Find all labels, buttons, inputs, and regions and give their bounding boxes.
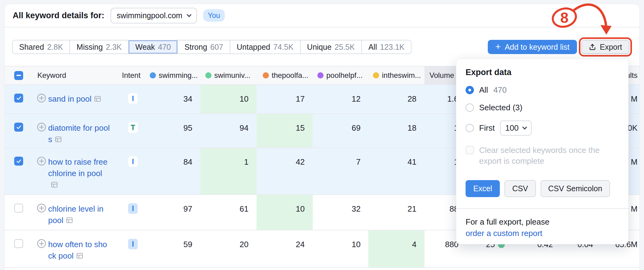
rank-value: 32: [312, 204, 361, 214]
export-option-first[interactable]: First100: [466, 120, 619, 136]
volume-value: 1: [424, 123, 458, 133]
add-keyword-icon[interactable]: [37, 122, 46, 133]
filter-tab-all[interactable]: All123.1K: [362, 40, 411, 53]
rank-value: 4: [368, 240, 416, 249]
circle-plus-icon: [37, 203, 46, 213]
title-row: All keyword details for: swimmingpool.co…: [5, 4, 639, 27]
radio-icon[interactable]: [466, 86, 474, 94]
rank-value: 7: [312, 157, 361, 167]
rank-value: 10: [257, 204, 305, 214]
keyword-cell: chlorine level in pool: [48, 203, 110, 227]
rank-value: 61: [200, 204, 249, 214]
export-format-buttons: ExcelCSVCSV Semicolon: [466, 180, 619, 197]
circle-plus-icon: [37, 122, 46, 132]
filter-tab-unique[interactable]: Unique25.5K: [301, 40, 362, 53]
select-all-checkbox[interactable]: [14, 71, 23, 80]
chevron-down-icon: [186, 12, 191, 17]
rank-value: 94: [200, 123, 249, 133]
filter-tab-untapped[interactable]: Untapped74.5K: [230, 40, 301, 53]
export-format-csv[interactable]: CSV: [504, 180, 536, 197]
volume-value: 88: [424, 204, 458, 214]
add-keyword-icon[interactable]: [37, 93, 46, 104]
keyword-cell: how to raise free chlorine in pool: [48, 156, 110, 192]
rank-value: 18: [368, 123, 416, 133]
row-checkbox[interactable]: [14, 204, 23, 213]
filter-tab-count: 25.5K: [335, 43, 355, 52]
column-header-competitor[interactable]: intheswim...: [373, 66, 421, 84]
rank-value: 97: [144, 204, 192, 214]
keyword-cell: how often to shock pool: [48, 239, 110, 263]
circle-plus-icon: [37, 239, 46, 248]
popup-footer-text: For a full export, please: [466, 217, 550, 226]
row-checkbox[interactable]: [14, 239, 23, 248]
toolbar-actions: + Add to keyword list Export: [488, 40, 629, 54]
export-option-selected[interactable]: Selected (3): [466, 103, 619, 112]
rank-value: 17: [257, 94, 305, 104]
export-option-count: 470: [493, 85, 507, 95]
filter-tab-count: 123.1K: [380, 43, 404, 52]
row-checkbox[interactable]: [14, 94, 23, 103]
check-icon: [16, 124, 22, 130]
add-keyword-icon[interactable]: [37, 239, 46, 250]
rank-value: 1: [200, 157, 249, 167]
serp-features-icon: [51, 180, 58, 192]
keyword-link[interactable]: chlorine level in pool: [48, 204, 103, 225]
competitor-domain-label: swimuniv...: [214, 71, 250, 80]
add-keyword-icon[interactable]: [37, 203, 46, 214]
competitor-dot-icon: [205, 72, 211, 78]
keyword-link[interactable]: sand in pool: [48, 94, 91, 103]
export-popup: Export data All470Selected (3)First100 C…: [456, 59, 629, 244]
filter-tab-label: Strong: [184, 43, 207, 52]
row-checkbox[interactable]: [14, 123, 23, 132]
keyword-link[interactable]: how to raise free chlorine in pool: [48, 157, 107, 178]
page-title: All keyword details for:: [13, 11, 104, 20]
radio-icon[interactable]: [466, 103, 474, 112]
column-header-intent[interactable]: Intent: [122, 66, 140, 84]
rank-value: 42: [257, 157, 305, 167]
filter-tab-shared[interactable]: Shared2.8K: [13, 40, 70, 53]
serp-features-icon: [66, 217, 73, 224]
best-rank-highlight: [200, 148, 257, 194]
circle-plus-icon: [37, 156, 46, 166]
column-header-competitor[interactable]: thepoolfa...: [263, 66, 308, 84]
filter-tab-group: Shared2.8KMissing2.3KWeak470Strong607Unt…: [12, 40, 412, 54]
filter-tab-count: 470: [158, 43, 171, 52]
order-custom-report-link[interactable]: order a custom report: [466, 229, 542, 238]
radio-icon[interactable]: [466, 124, 474, 132]
circle-plus-icon: [37, 93, 46, 103]
competitor-dot-icon: [263, 72, 269, 78]
clear-selected-checkbox[interactable]: [466, 146, 474, 154]
row-checkbox[interactable]: [14, 157, 23, 166]
rank-value: 10: [312, 240, 361, 249]
column-header-competitor[interactable]: poolhelpf...: [317, 66, 362, 84]
export-format-excel[interactable]: Excel: [466, 180, 500, 197]
competitor-domain-label: swimming...: [159, 71, 198, 80]
column-header-competitor[interactable]: swimming...: [150, 66, 198, 84]
first-count-value: 100: [505, 123, 519, 133]
serp-features-icon: [55, 135, 62, 146]
filter-tab-strong[interactable]: Strong607: [178, 40, 230, 53]
export-button[interactable]: Export: [581, 40, 629, 54]
intent-badge: I: [128, 93, 138, 104]
filter-tab-weak[interactable]: Weak470: [129, 40, 178, 53]
rank-value: 95: [144, 123, 192, 133]
export-format-csv-semicolon[interactable]: CSV Semicolon: [541, 180, 610, 197]
export-option-all[interactable]: All470: [466, 85, 619, 95]
you-badge: You: [203, 9, 225, 22]
add-keyword-icon[interactable]: [37, 156, 46, 167]
competitor-domain-label: intheswim...: [382, 71, 421, 80]
filter-tab-count: 2.3K: [106, 43, 122, 52]
column-header-competitor[interactable]: swimuniv...: [205, 66, 250, 84]
rank-value: 21: [368, 204, 416, 214]
keyword-cell: sand in pool: [48, 93, 110, 106]
competitor-dot-icon: [150, 72, 156, 78]
export-option-label: All: [479, 85, 488, 95]
domain-selector[interactable]: swimmingpool.com: [111, 8, 197, 23]
column-header-keyword[interactable]: Keyword: [37, 66, 66, 84]
filter-tab-count: 74.5K: [273, 43, 293, 52]
first-count-dropdown[interactable]: 100: [500, 120, 532, 136]
export-option-label: First: [479, 123, 495, 133]
filter-tab-missing[interactable]: Missing2.3K: [70, 40, 129, 53]
intent-badge: I: [128, 156, 138, 167]
add-to-keyword-list-button[interactable]: + Add to keyword list: [488, 40, 577, 54]
